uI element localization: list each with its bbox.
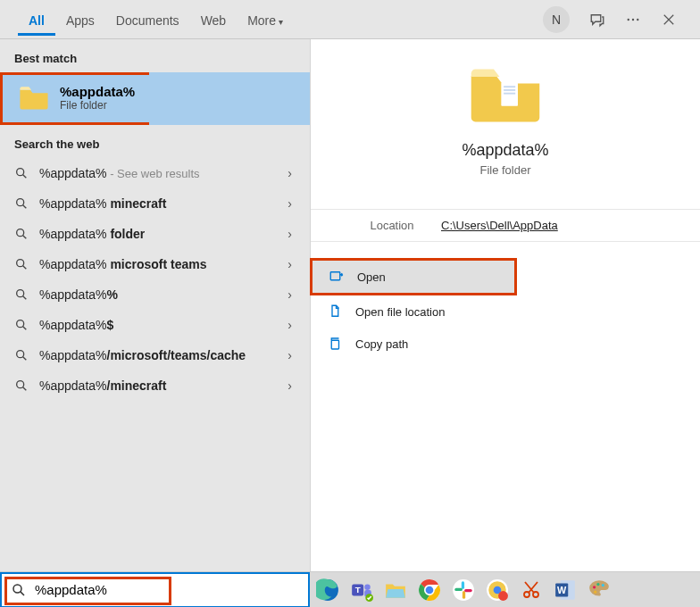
location-value[interactable]: C:\Users\Dell\AppData xyxy=(441,219,558,232)
results-panel: Best match %appdata% File folder Search … xyxy=(0,39,310,573)
open-file-location-action[interactable]: Open file location xyxy=(311,295,700,328)
svg-point-34 xyxy=(498,591,508,601)
svg-point-0 xyxy=(628,18,629,20)
folder-icon xyxy=(468,64,543,125)
taskbar-slack-icon[interactable] xyxy=(451,578,476,603)
web-result-item[interactable]: %appdata% folder› xyxy=(0,219,310,249)
taskbar-explorer-icon[interactable] xyxy=(383,578,408,603)
svg-rect-15 xyxy=(330,272,340,280)
chevron-right-icon: › xyxy=(288,227,292,241)
svg-point-10 xyxy=(17,381,24,388)
copy-icon xyxy=(327,336,343,352)
feedback-icon[interactable] xyxy=(589,12,605,28)
search-box[interactable] xyxy=(0,572,310,608)
open-file-location-label: Open file location xyxy=(355,305,445,319)
search-input[interactable] xyxy=(35,582,308,597)
svg-point-25 xyxy=(426,586,434,594)
svg-point-2 xyxy=(637,18,638,20)
svg-point-41 xyxy=(596,582,599,585)
chevron-right-icon: › xyxy=(288,348,292,362)
best-match-label: Best match xyxy=(0,39,310,72)
search-icon xyxy=(14,287,29,302)
svg-rect-12 xyxy=(504,86,515,87)
taskbar-paint-icon[interactable] xyxy=(587,578,612,603)
web-result-item[interactable]: %appdata% - See web results› xyxy=(0,158,310,188)
open-action-label: Open xyxy=(357,270,386,284)
user-avatar[interactable]: N xyxy=(543,6,570,33)
search-icon xyxy=(14,227,29,241)
preview-panel: %appdata% File folder Location C:\Users\… xyxy=(310,39,700,573)
svg-point-17 xyxy=(13,585,21,593)
svg-point-8 xyxy=(17,320,24,328)
svg-rect-16 xyxy=(331,340,338,349)
chevron-right-icon: › xyxy=(288,318,292,332)
svg-rect-27 xyxy=(462,581,464,589)
location-row: Location C:\Users\Dell\AppData xyxy=(311,209,700,242)
search-icon xyxy=(14,348,29,362)
preview-subtitle: File folder xyxy=(311,163,700,177)
taskbar-snip-icon[interactable] xyxy=(519,578,544,603)
svg-rect-13 xyxy=(504,89,515,91)
svg-point-40 xyxy=(593,586,596,588)
chevron-right-icon: › xyxy=(288,378,292,393)
tab-web[interactable]: Web xyxy=(190,4,238,36)
svg-point-21 xyxy=(364,584,371,590)
search-icon xyxy=(14,318,29,332)
chevron-right-icon: › xyxy=(288,287,292,302)
taskbar: T W xyxy=(0,571,700,607)
best-match-item[interactable]: %appdata% File folder xyxy=(0,72,149,125)
taskbar-chrome-icon[interactable] xyxy=(417,578,442,603)
svg-point-1 xyxy=(632,18,634,20)
tab-more[interactable]: More▾ xyxy=(237,4,294,36)
taskbar-word-icon[interactable]: W xyxy=(553,578,578,603)
taskbar-chrome-canary-icon[interactable] xyxy=(485,578,510,603)
svg-point-9 xyxy=(17,351,24,358)
search-icon xyxy=(14,378,29,393)
search-icon xyxy=(14,166,29,180)
web-result-item[interactable]: %appdata%$› xyxy=(0,310,310,340)
copy-path-action[interactable]: Copy path xyxy=(311,328,700,360)
chevron-right-icon: › xyxy=(288,257,292,271)
web-result-text: %appdata% minecraft xyxy=(39,196,288,211)
more-options-icon[interactable] xyxy=(625,12,641,28)
web-result-text: %appdata% microsoft teams xyxy=(39,257,288,271)
svg-rect-28 xyxy=(454,587,462,590)
chevron-right-icon: › xyxy=(288,166,292,180)
chevron-right-icon: › xyxy=(288,196,292,211)
taskbar-teams-icon[interactable]: T xyxy=(349,578,374,603)
location-label: Location xyxy=(343,219,441,232)
web-result-item[interactable]: %appdata%/minecraft› xyxy=(0,370,310,401)
svg-point-42 xyxy=(602,583,604,586)
folder-icon xyxy=(19,85,49,112)
file-location-icon xyxy=(327,304,343,320)
taskbar-edge-icon[interactable] xyxy=(315,578,340,603)
chevron-down-icon: ▾ xyxy=(279,17,283,27)
svg-rect-29 xyxy=(462,591,465,599)
tab-all[interactable]: All xyxy=(18,4,55,36)
svg-rect-30 xyxy=(464,588,472,591)
svg-rect-14 xyxy=(504,93,515,95)
open-icon xyxy=(329,269,345,285)
web-result-text: %appdata% - See web results xyxy=(39,166,288,180)
close-icon[interactable] xyxy=(661,12,677,28)
svg-text:W: W xyxy=(557,585,567,595)
web-result-item[interactable]: %appdata%/microsoft/teams/cache› xyxy=(0,340,310,370)
web-result-text: %appdata%$ xyxy=(39,318,288,332)
web-result-text: %appdata% folder xyxy=(39,227,288,241)
web-result-item[interactable]: %appdata% minecraft› xyxy=(0,188,310,219)
copy-path-label: Copy path xyxy=(355,337,408,351)
svg-point-7 xyxy=(17,290,24,297)
svg-point-4 xyxy=(17,199,24,206)
best-match-subtitle: File folder xyxy=(60,99,135,112)
web-result-item[interactable]: %appdata%%› xyxy=(0,279,310,310)
svg-point-6 xyxy=(17,260,24,267)
tab-documents[interactable]: Documents xyxy=(105,4,190,36)
open-action[interactable]: Open xyxy=(310,258,517,295)
tab-apps[interactable]: Apps xyxy=(55,4,105,36)
search-icon xyxy=(14,196,29,211)
search-web-label: Search the web xyxy=(0,125,310,158)
web-result-text: %appdata%% xyxy=(39,287,288,302)
web-result-item[interactable]: %appdata% microsoft teams› xyxy=(0,249,310,279)
svg-point-43 xyxy=(594,590,596,593)
svg-point-3 xyxy=(17,169,24,176)
